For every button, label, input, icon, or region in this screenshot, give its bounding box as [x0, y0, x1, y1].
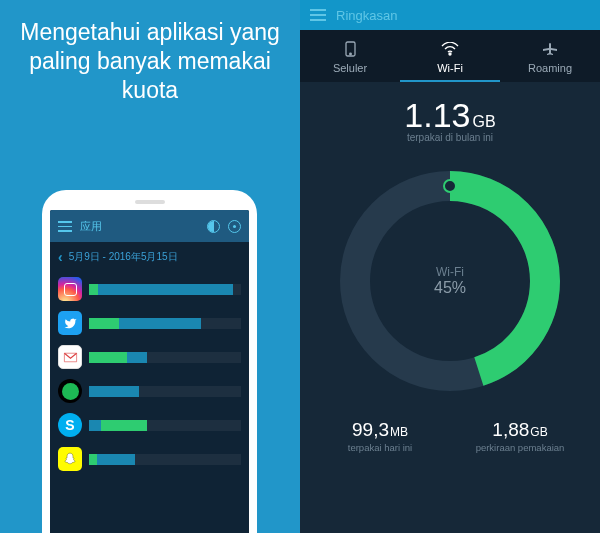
app-usage-list: S [50, 272, 249, 476]
today-label: terpakai hari ini [310, 442, 450, 453]
top-bar: Ringkasan [300, 0, 600, 30]
date-range-row[interactable]: ‹ 5月9日 - 2016年5月15日 [50, 242, 249, 272]
usage-bar [89, 420, 241, 431]
phone-speaker [135, 200, 165, 204]
wifi-icon [400, 40, 500, 58]
usage-bar [89, 454, 241, 465]
list-item[interactable] [50, 272, 249, 306]
today-unit: MB [390, 425, 408, 439]
gmail-icon [58, 345, 82, 369]
list-item[interactable] [50, 442, 249, 476]
hamburger-icon[interactable] [310, 9, 326, 21]
tab-label: Seluler [333, 62, 367, 74]
app-list-title: 应用 [80, 219, 199, 234]
tab-cellular[interactable]: Seluler [300, 30, 400, 82]
total-usage: 1.13GB terpakai di bulan ini [300, 96, 600, 143]
donut-percent: 45% [434, 279, 466, 297]
usage-value: 1.13 [404, 96, 470, 134]
donut-center: Wi-Fi 45% [434, 265, 466, 297]
chevron-left-icon[interactable]: ‹ [58, 249, 63, 265]
tab-roaming[interactable]: Roaming [500, 30, 600, 82]
list-item[interactable] [50, 374, 249, 408]
snapchat-icon [58, 447, 82, 471]
screen-title: Ringkasan [336, 8, 397, 23]
app-list-header: 应用 [50, 210, 249, 242]
target-icon[interactable] [228, 220, 241, 233]
usage-bar [89, 386, 241, 397]
phone-icon [300, 40, 400, 58]
tab-label: Roaming [528, 62, 572, 74]
stat-today: 99,3MB terpakai hari ini [310, 419, 450, 453]
list-item[interactable]: S [50, 408, 249, 442]
instagram-icon [58, 277, 82, 301]
list-item[interactable] [50, 306, 249, 340]
estimate-value: 1,88 [492, 419, 529, 440]
phone-screen: 应用 ‹ 5月9日 - 2016年5月15日 [50, 210, 249, 533]
phone-mockup: 应用 ‹ 5月9日 - 2016年5月15日 [42, 190, 257, 533]
donut-label: Wi-Fi [434, 265, 466, 279]
tab-label: Wi-Fi [437, 62, 463, 74]
svg-point-1 [349, 53, 351, 55]
list-item[interactable] [50, 340, 249, 374]
summary-screen: Ringkasan Seluler Wi-Fi Roaming 1.13GB t… [300, 0, 600, 533]
estimate-unit: GB [530, 425, 547, 439]
usage-unit: GB [473, 113, 496, 130]
hamburger-icon[interactable] [58, 221, 72, 231]
estimate-label: perkiraan pemakaian [450, 442, 590, 453]
promo-headline: Mengetahui aplikasi yang paling banyak m… [0, 0, 300, 104]
tab-wifi[interactable]: Wi-Fi [400, 30, 500, 82]
usage-bar [89, 352, 241, 363]
bottom-stats: 99,3MB terpakai hari ini 1,88GB perkiraa… [300, 419, 600, 453]
promo-panel: Mengetahui aplikasi yang paling banyak m… [0, 0, 300, 533]
skype-icon: S [58, 413, 82, 437]
spotify-icon [58, 379, 82, 403]
stat-estimate: 1,88GB perkiraan pemakaian [450, 419, 590, 453]
date-range-text: 5月9日 - 2016年5月15日 [69, 250, 178, 264]
tab-bar: Seluler Wi-Fi Roaming [300, 30, 600, 82]
svg-point-2 [449, 53, 451, 55]
airplane-icon [500, 40, 600, 58]
donut-chart: Wi-Fi 45% [330, 161, 570, 401]
svg-point-5 [444, 180, 456, 192]
usage-bar [89, 284, 241, 295]
usage-bar [89, 318, 241, 329]
twitter-icon [58, 311, 82, 335]
today-value: 99,3 [352, 419, 389, 440]
chart-toggle-icon[interactable] [207, 220, 220, 233]
usage-subtitle: terpakai di bulan ini [300, 132, 600, 143]
